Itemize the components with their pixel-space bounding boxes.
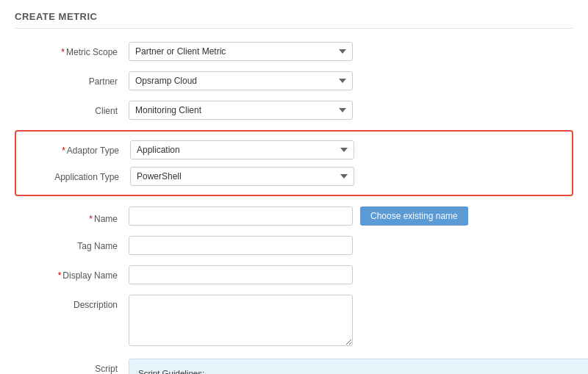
page-container: CREATE METRIC *Metric Scope Partner or C… — [0, 0, 588, 374]
name-control — [129, 206, 353, 226]
client-select[interactable]: Monitoring Client — [129, 101, 353, 120]
metric-scope-select[interactable]: Partner or Client Metric Client Metric P… — [129, 42, 353, 61]
description-textarea[interactable] — [129, 295, 353, 346]
name-label: *Name — [15, 209, 129, 224]
metric-scope-label: *Metric Scope — [15, 42, 129, 57]
script-label: Script — [15, 359, 129, 374]
adaptor-type-label: *Adaptor Type — [16, 140, 130, 156]
name-row: *Name Choose existing name — [15, 206, 573, 226]
tag-name-input[interactable] — [129, 236, 353, 255]
adaptor-type-row: *Adaptor Type Application Script SNMP — [16, 140, 563, 159]
client-row: Client Monitoring Client — [15, 101, 573, 120]
adaptor-type-select[interactable]: Application Script SNMP — [130, 140, 354, 159]
display-name-row: *Display Name — [15, 265, 573, 284]
partner-label: Partner — [15, 71, 129, 87]
client-label: Client — [15, 101, 129, 116]
description-label: Description — [15, 295, 129, 310]
required-indicator-4: * — [58, 270, 62, 281]
application-type-row: Application Type PowerShell Python Bash — [16, 167, 563, 186]
partner-select[interactable]: Opsramp Cloud — [129, 71, 353, 90]
required-indicator: * — [61, 47, 65, 57]
client-control: Monitoring Client — [129, 101, 353, 120]
script-guidelines-title: Script Guidelines: — [138, 367, 588, 374]
display-name-input[interactable] — [129, 265, 353, 284]
application-type-select[interactable]: PowerShell Python Bash — [130, 167, 354, 186]
adaptor-box: *Adaptor Type Application Script SNMP Ap… — [15, 130, 573, 196]
metric-scope-row: *Metric Scope Partner or Client Metric C… — [15, 42, 573, 61]
display-name-label: *Display Name — [15, 265, 129, 281]
adaptor-type-control: Application Script SNMP — [130, 140, 354, 159]
partner-row: Partner Opsramp Cloud — [15, 71, 573, 90]
tag-name-control — [129, 236, 353, 255]
script-guidelines-box: Script Guidelines: 1. Output from script… — [129, 359, 588, 374]
metric-scope-control: Partner or Client Metric Client Metric P… — [129, 42, 353, 61]
description-row: Description — [15, 295, 573, 348]
name-input[interactable] — [129, 206, 353, 226]
required-indicator-3: * — [89, 214, 93, 224]
tag-name-label: Tag Name — [15, 236, 129, 251]
page-title: CREATE METRIC — [15, 11, 573, 29]
description-control — [129, 295, 353, 348]
required-indicator-2: * — [62, 145, 65, 156]
tag-name-row: Tag Name — [15, 236, 573, 255]
display-name-control — [129, 265, 353, 284]
script-row: Script Script Guidelines: 1. Output from… — [15, 359, 573, 374]
application-type-label: Application Type — [16, 167, 130, 182]
choose-existing-button[interactable]: Choose existing name — [360, 206, 468, 226]
partner-control: Opsramp Cloud — [129, 71, 353, 90]
create-metric-form: *Metric Scope Partner or Client Metric C… — [15, 42, 573, 374]
application-type-control: PowerShell Python Bash — [130, 167, 354, 186]
